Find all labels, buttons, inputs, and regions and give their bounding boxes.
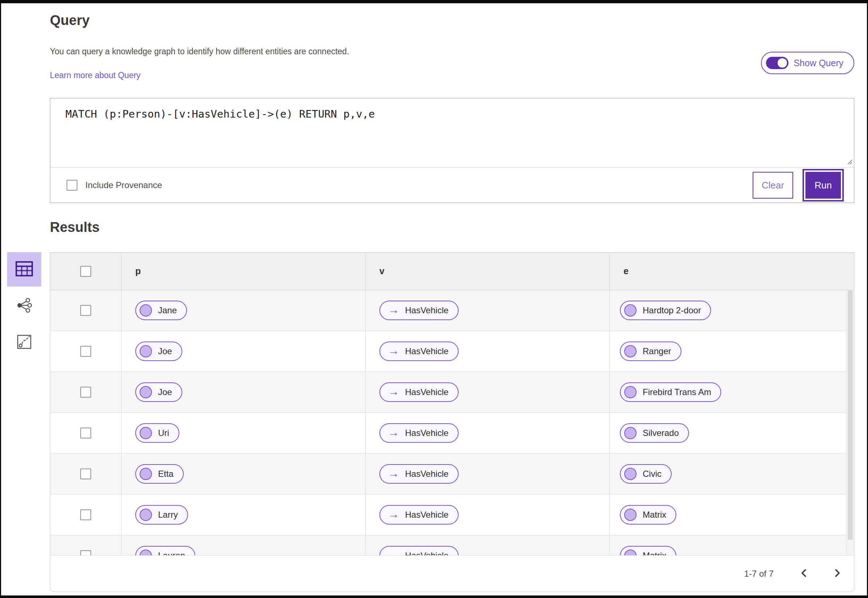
view-graph-button[interactable] [7,289,41,323]
entity-pill[interactable]: Civic [620,464,672,484]
entity-pill[interactable]: Etta [135,464,184,484]
entity-pill[interactable]: Joe [135,341,182,361]
node-icon [624,468,636,480]
column-header-v[interactable]: v [366,253,610,290]
relationship-pill[interactable]: → HasVehicle [379,300,459,320]
toggle-switch-icon[interactable] [766,57,789,69]
relationship-label: HasVehicle [405,387,448,397]
entity-label: Uri [158,428,169,438]
learn-more-link[interactable]: Learn more about Query [50,70,141,80]
entity-pill[interactable]: Silverado [620,423,689,443]
show-query-label: Show Query [793,58,843,68]
include-provenance-checkbox[interactable] [67,180,78,191]
row-checkbox[interactable] [80,305,91,316]
node-icon [624,427,636,439]
relationship-pill[interactable]: → HasVehicle [379,505,459,525]
row-checkbox[interactable] [80,428,91,438]
table-body: Jane → HasVehicle Hardtop 2-door [50,290,854,555]
row-checkbox[interactable] [80,509,91,520]
next-page-button[interactable] [829,566,845,582]
cell-p: Joe [121,372,366,413]
entity-pill[interactable]: Lauren [135,546,195,555]
row-checkbox[interactable] [80,387,91,398]
entity-pill[interactable]: Uri [135,423,179,443]
column-header-e[interactable]: e [610,253,854,290]
relationship-label: HasVehicle [405,305,448,315]
entity-pill[interactable]: Ranger [620,341,681,361]
node-icon [624,386,636,398]
scrollbar[interactable] [846,290,854,555]
entity-label: Matrix [643,551,666,555]
node-icon [140,304,152,317]
entity-pill[interactable]: Joe [135,383,182,402]
entity-label: Lauren [158,551,185,555]
relationship-label: HasVehicle [405,469,448,479]
node-icon [140,550,152,555]
relationship-label: HasVehicle [405,428,448,438]
cell-e: Civic [610,454,854,494]
clear-button[interactable]: Clear [753,172,793,199]
cell-v: → HasVehicle [366,454,610,494]
node-icon [140,468,152,480]
include-provenance-label: Include Provenance [85,180,162,190]
entity-pill[interactable]: Hardtop 2-door [620,300,711,320]
relationship-pill[interactable]: → HasVehicle [379,423,459,443]
entity-label: Larry [158,510,178,520]
query-editor: MATCH (p:Person)-[v:HasVehicle]->(e) RET… [50,99,854,168]
pagination-range: 1-7 of 7 [744,569,774,579]
query-page: Query You can query a knowledge graph to… [1,3,867,595]
resize-grip-icon[interactable] [845,157,853,166]
relationship-pill[interactable]: → HasVehicle [379,383,459,402]
entity-label: Joe [158,387,172,397]
node-icon [140,386,152,398]
row-checkbox[interactable] [80,346,91,357]
view-chart-button[interactable] [7,325,41,360]
entity-label: Matrix [643,510,666,520]
entity-pill[interactable]: Matrix [620,505,676,525]
entity-label: Ranger [643,346,671,356]
cell-p: Uri [121,413,366,453]
select-all-checkbox[interactable] [80,266,91,277]
node-icon [140,427,152,439]
arrow-right-icon: → [388,468,399,479]
query-editor-footer: Include Provenance Clear Run [50,168,854,203]
cell-e: Matrix [610,535,854,555]
show-query-toggle[interactable]: Show Query [761,52,854,74]
run-button[interactable]: Run [805,172,841,199]
view-switcher [7,252,41,362]
arrow-right-icon: → [388,427,399,438]
arrow-right-icon: → [388,386,399,397]
view-table-button[interactable] [7,252,41,287]
relationship-pill[interactable]: → HasVehicle [379,546,459,555]
node-icon [624,509,636,521]
entity-label: Silverado [643,428,679,438]
entity-pill[interactable]: Jane [135,300,187,320]
entity-pill[interactable]: Larry [135,505,188,525]
row-checkbox[interactable] [80,550,91,555]
cell-v: → HasVehicle [366,413,610,453]
arrow-right-icon: → [388,509,399,520]
page-title: Query [50,13,90,28]
query-editor-panel: MATCH (p:Person)-[v:HasVehicle]->(e) RET… [50,98,854,203]
chevron-right-icon [833,568,841,579]
cell-e: Silverado [610,413,854,453]
row-checkbox[interactable] [80,468,91,479]
cell-p: Larry [121,495,366,535]
relationship-pill[interactable]: → HasVehicle [379,341,459,361]
entity-label: Hardtop 2-door [643,305,701,315]
results-table: p v e Jane [50,252,854,555]
table-row: Joe → HasVehicle Ranger [50,331,854,372]
entity-pill[interactable]: Firebird Trans Am [620,383,721,402]
relationship-pill[interactable]: → HasVehicle [379,464,459,484]
column-header-p[interactable]: p [121,253,366,290]
relationship-label: HasVehicle [405,551,448,555]
relationship-label: HasVehicle [405,346,448,356]
results-footer: 1-7 of 7 [50,555,854,592]
entity-pill[interactable]: Matrix [620,546,676,555]
scrollbar-thumb[interactable] [848,290,853,540]
query-textarea[interactable]: MATCH (p:Person)-[v:HasVehicle]->(e) RET… [50,99,854,167]
table-icon [16,261,33,278]
prev-page-button[interactable] [796,566,812,582]
table-row: Lauren → HasVehicle Matrix [50,535,854,555]
results-title: Results [50,220,99,235]
